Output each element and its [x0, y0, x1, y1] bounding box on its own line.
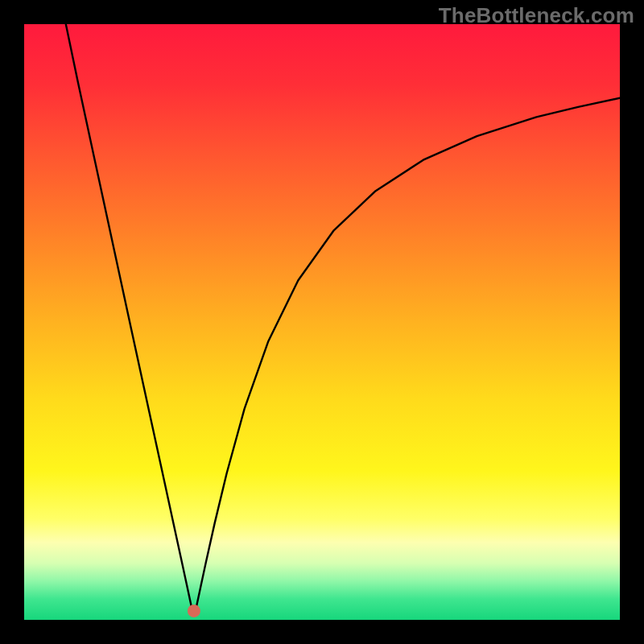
chart-frame: TheBottleneck.com	[0, 0, 644, 644]
plot-area	[24, 24, 620, 620]
optimal-point-marker	[188, 605, 200, 617]
bottleneck-chart	[24, 24, 620, 620]
watermark-label: TheBottleneck.com	[439, 3, 634, 28]
gradient-background	[24, 24, 620, 620]
